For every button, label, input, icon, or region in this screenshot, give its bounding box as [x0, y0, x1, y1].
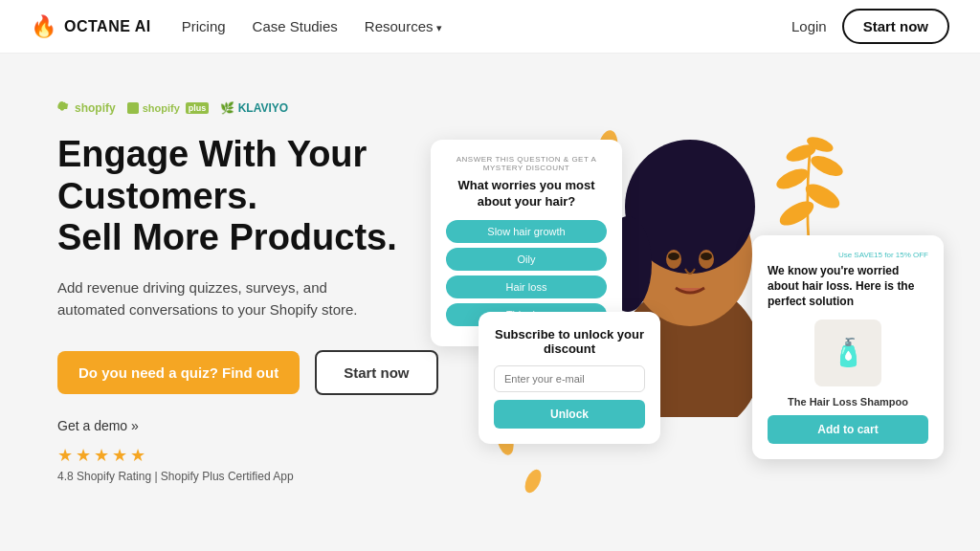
nav-right: Login Start now — [791, 9, 949, 44]
nav-left: 🔥 OCTANE AI Pricing Case Studies Resourc… — [31, 14, 442, 39]
navbar: 🔥 OCTANE AI Pricing Case Studies Resourc… — [0, 0, 980, 54]
svg-rect-0 — [127, 102, 139, 114]
nav-links: Pricing Case Studies Resources — [182, 18, 442, 34]
start-now-button-nav[interactable]: Start now — [842, 9, 949, 44]
star-5: ★ — [130, 445, 145, 466]
card-subscribe-title: Subscribe to unlock your discount — [494, 327, 645, 356]
star-4: ★ — [112, 445, 127, 466]
svg-point-14 — [668, 253, 679, 260]
quiz-cta-button[interactable]: Do you need a quiz? Find out — [57, 351, 300, 394]
product-image: 🧴 — [814, 320, 881, 386]
hero-title: Engage With Your Customers. Sell More Pr… — [57, 134, 459, 259]
add-to-cart-button[interactable]: Add to cart — [768, 415, 928, 444]
start-now-button-hero[interactable]: Start now — [315, 350, 437, 395]
svg-point-1 — [776, 196, 817, 230]
hero-section: shopify shopifyplus 🌿 KLAVIYO Engage Wit… — [0, 54, 980, 551]
hero-subtitle: Add revenue driving quizzes, surveys, an… — [57, 276, 383, 321]
shopify-logo: shopify — [57, 101, 116, 115]
email-input[interactable] — [494, 365, 645, 392]
nav-pricing[interactable]: Pricing — [182, 18, 226, 34]
logo-icon: 🔥 — [31, 14, 56, 39]
card-product: Use SAVE15 for 15% OFF We know you're wo… — [752, 235, 944, 459]
logo-text: OCTANE AI — [64, 18, 151, 35]
hero-ctas: Do you need a quiz? Find out Start now — [57, 350, 459, 395]
svg-point-4 — [808, 152, 845, 181]
star-1: ★ — [57, 445, 73, 466]
star-2: ★ — [76, 445, 91, 466]
card-subscribe: Subscribe to unlock your discount Unlock — [479, 312, 660, 444]
product-name: The Hair Loss Shampoo — [768, 396, 928, 408]
svg-point-15 — [701, 253, 712, 260]
card-product-title: We know you're worried about hair loss. … — [768, 263, 928, 310]
quiz-option-1[interactable]: Slow hair growth — [446, 220, 607, 243]
product-icon: 🧴 — [832, 337, 865, 368]
login-button[interactable]: Login — [791, 18, 827, 34]
nav-resources[interactable]: Resources — [365, 18, 442, 34]
get-demo-anchor[interactable]: Get a demo » — [57, 418, 139, 433]
hero-right: ANSWER THIS QUESTION & GET A MYSTERY DIS… — [459, 92, 934, 551]
card-quiz-question: What worries you most about your hair? — [446, 178, 607, 210]
hero-title-line1: Engage With Your Customers. — [57, 134, 367, 216]
logo[interactable]: 🔥 OCTANE AI — [31, 14, 151, 39]
get-demo-link[interactable]: Get a demo » — [57, 418, 459, 433]
star-rating: ★ ★ ★ ★ ★ — [57, 445, 459, 466]
quiz-option-2[interactable]: Oily — [446, 248, 607, 271]
hero-left: shopify shopifyplus 🌿 KLAVIYO Engage Wit… — [57, 92, 459, 483]
star-3: ★ — [94, 445, 109, 466]
deco-oval-6 — [522, 467, 545, 495]
klaviyo-logo: 🌿 KLAVIYO — [220, 101, 288, 115]
partner-logos: shopify shopifyplus 🌿 KLAVIYO — [57, 101, 459, 115]
card-product-badge: Use SAVE15 for 15% OFF — [768, 251, 928, 259]
shopify-plus-logo: shopifyplus — [127, 102, 210, 114]
card-quiz-header: ANSWER THIS QUESTION & GET A MYSTERY DIS… — [446, 155, 607, 172]
nav-case-studies[interactable]: Case Studies — [253, 18, 338, 34]
rating-text: 4.8 Shopify Rating | Shopify Plus Certif… — [57, 470, 459, 483]
quiz-option-3[interactable]: Hair loss — [446, 276, 607, 298]
hero-title-line2: Sell More Products. — [57, 217, 397, 257]
unlock-button[interactable]: Unlock — [494, 400, 645, 429]
